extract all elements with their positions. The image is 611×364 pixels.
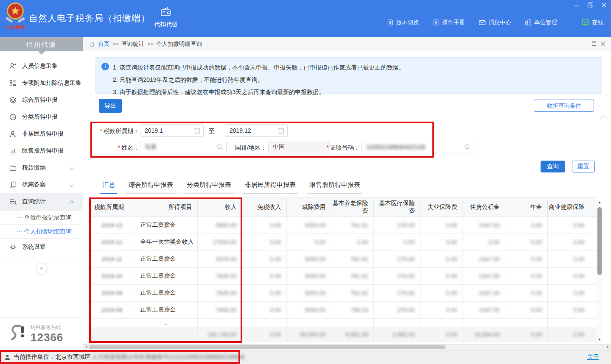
- sidebar-item-nonresident-income[interactable]: 非居民所得申报: [0, 125, 83, 142]
- breadcrumb-home[interactable]: 首页: [98, 40, 109, 48]
- name-label: *姓名：: [92, 144, 139, 152]
- scroll-right-icon[interactable]: ►: [606, 345, 610, 349]
- id-number-label: *证照号码：: [320, 144, 360, 152]
- breadcrumb-separator: >>: [147, 41, 153, 47]
- cell-deduction: 5000.00: [286, 250, 331, 267]
- logo-subtext: 中国税务: [3, 24, 27, 31]
- nav-tab-withholding[interactable]: 代扣代缴: [147, 7, 185, 28]
- about-link[interactable]: 关于: [587, 353, 599, 361]
- sidebar-header-caret: [38, 51, 45, 55]
- message-center-link[interactable]: 消息中心: [479, 19, 511, 26]
- notice-line: 1. 该查询统计表仅能查询已申报成功的数据，不包含未申报、申报失败，已申报但已作…: [113, 61, 596, 74]
- search-icon[interactable]: [464, 144, 471, 152]
- cell-income-item: 正常工资薪金: [135, 301, 197, 318]
- period-to-input[interactable]: 2019.12: [225, 124, 288, 137]
- national-emblem-icon: [5, 2, 25, 24]
- cell-income-item: 正常工资薪金: [135, 217, 197, 233]
- cell-medical: 0.00: [373, 233, 420, 250]
- sidebar-item-tax-payment[interactable]: 税款缴纳: [0, 159, 83, 176]
- panel-maximize-icon[interactable]: [591, 41, 597, 47]
- version-switch-link[interactable]: 版本切换: [387, 19, 419, 26]
- column-header: 住房公积金: [462, 198, 505, 217]
- hotline-number: 12366: [31, 331, 63, 344]
- calendar-icon[interactable]: [277, 127, 284, 135]
- cell-taxfree-income: 0.00: [242, 217, 286, 233]
- tab-restricted-shares[interactable]: 限售股所得申报表: [307, 181, 362, 194]
- cell-unemployment: 0.00: [420, 250, 462, 267]
- calendar-icon[interactable]: [193, 127, 200, 135]
- cell-annuity: 0.00: [505, 301, 547, 318]
- vertical-scroll-thumb[interactable]: [597, 207, 602, 275]
- sidebar-item-special-deduction[interactable]: 专项附加扣除信息采集: [0, 75, 83, 92]
- user-icon: [4, 354, 11, 361]
- cell-period: 2019-09: [89, 284, 135, 301]
- period-label: *税款所属期：: [92, 128, 139, 135]
- app-header: 中国税务 自然人电子税务局（扣缴端） 代扣代缴 版本切换 操作手册: [0, 0, 611, 37]
- query-button[interactable]: 查询: [541, 161, 565, 172]
- horizontal-scrollbar[interactable]: ◄ ►: [83, 344, 611, 350]
- submenu-item-unit-declaration-query[interactable]: 单位申报记录查询: [0, 211, 83, 224]
- export-button[interactable]: 导出: [99, 99, 122, 113]
- search-icon[interactable]: [216, 144, 223, 152]
- layers-icon: [9, 97, 17, 104]
- breadcrumb-item: 个人扣缴明细查询: [156, 40, 202, 48]
- sidebar-item-classified-income[interactable]: 分类所得申报: [0, 108, 83, 125]
- close-icon[interactable]: [601, 3, 607, 8]
- hotline-12366-icon: [8, 324, 26, 344]
- tab-nonresident-income[interactable]: 非居民所得申报表: [243, 181, 298, 194]
- cell-deduction: 5000.00: [286, 284, 331, 301]
- chevron-down-icon: [69, 165, 74, 170]
- horizontal-scroll-thumb[interactable]: [89, 345, 446, 349]
- online-status[interactable]: 在线: [582, 19, 603, 26]
- table-header-row: 税款所属期所得项目收入免税收入减除费用基本养老保险费基本医疗保险费失业保险费住房…: [89, 198, 597, 217]
- cell-income: 7645.00: [197, 301, 242, 318]
- cell-unemployment: 0.00: [420, 301, 462, 318]
- column-header: 基本医疗保险费: [373, 198, 420, 217]
- cell-health-insurance: 0.00: [547, 250, 590, 267]
- folder-icon: [9, 164, 17, 172]
- scroll-up-icon[interactable]: ▲: [597, 200, 603, 204]
- vertical-scrollbar[interactable]: ▲ ▼: [597, 200, 603, 342]
- cell-taxfree-income: 0.00: [242, 284, 286, 301]
- tab-classified-income[interactable]: 分类所得申报表: [185, 181, 233, 194]
- collapse-sidebar-icon[interactable]: «: [36, 263, 48, 275]
- main-area: 首页 >> 查询统计 >> 个人扣缴明细查询 i 1. 该查询统计表仅能查询已申…: [83, 37, 611, 350]
- column-header: 税: [590, 198, 597, 217]
- cell-income: 27500.00: [197, 233, 242, 250]
- restore-icon[interactable]: [587, 2, 594, 8]
- sidebar-item-preferential-filing[interactable]: 优惠备案: [0, 176, 83, 193]
- cell-annuity: 0.00: [505, 217, 547, 233]
- period-from-input[interactable]: 2019.1: [140, 124, 204, 137]
- sidebar-item-restricted-shares[interactable]: 限售股所得申报: [0, 142, 83, 159]
- panel-close-icon[interactable]: [600, 41, 605, 47]
- minimize-icon[interactable]: [574, 3, 580, 8]
- tab-summary[interactable]: 汇总: [100, 181, 117, 194]
- tab-comprehensive-income[interactable]: 综合所得申报表: [126, 181, 175, 194]
- collapse-query-button[interactable]: 收折查询条件: [534, 100, 594, 112]
- sidebar-item-personnel-info[interactable]: 人员信息采集: [0, 58, 83, 75]
- submenu-item-personal-withholding-query[interactable]: 个人扣缴明细查询: [0, 224, 83, 238]
- reset-button[interactable]: 重置: [572, 161, 595, 172]
- manual-link[interactable]: 操作手册: [433, 19, 465, 26]
- cell-tax: [590, 267, 597, 284]
- notice-panel: i 1. 该查询统计表仅能查询已申报成功的数据，不包含未申报、申报失败，已申报但…: [95, 57, 602, 94]
- notice-line: 3. 由于数据处理的滞后性，建议您在申报成功3天之后再来查询最新的申报数据。: [113, 86, 596, 98]
- cell-housing-fund: 2347.00: [462, 284, 505, 301]
- cell-income-item: 正常工资薪金: [135, 267, 197, 284]
- cell-health-insurance: 0.00: [547, 284, 590, 301]
- cell-housing-fund: 2347.00: [462, 250, 505, 267]
- cell-unemployment: 0.00: [420, 233, 462, 250]
- cell-annuity: 0.00: [505, 233, 547, 250]
- hotline-label: 纳税服务热线: [31, 324, 63, 331]
- sidebar-item-query-statistics[interactable]: 查询统计: [0, 193, 83, 210]
- id-number-input[interactable]: 110502199930422129: [362, 141, 474, 153]
- cell-tax: [590, 301, 597, 318]
- scroll-down-icon[interactable]: ▼: [597, 338, 603, 342]
- unit-management-link[interactable]: 单位管理: [525, 19, 557, 26]
- sidebar-item-system-settings[interactable]: 系统设置: [0, 239, 83, 256]
- sidebar-item-comprehensive-income[interactable]: 综合所得申报: [0, 92, 83, 108]
- scroll-left-icon[interactable]: ◄: [84, 345, 88, 349]
- column-header: 收入: [197, 198, 242, 217]
- online-status-icon: [582, 19, 589, 26]
- name-input[interactable]: 马某: [140, 141, 227, 153]
